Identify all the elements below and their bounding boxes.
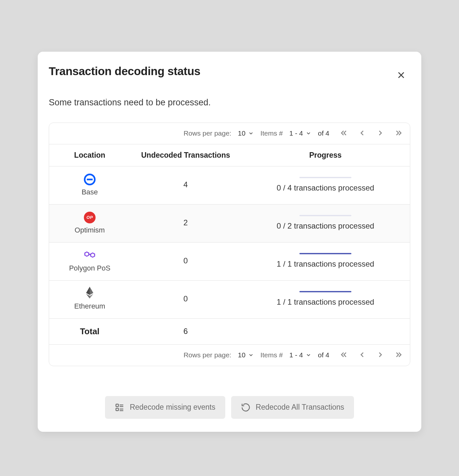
chevron-double-left-icon (340, 129, 348, 137)
progress-bar (299, 177, 351, 178)
chevron-left-icon (358, 350, 366, 359)
rows-per-page-label: Rows per page: (184, 351, 231, 359)
table-row: OP Optimism 2 0 / 2 transactions process… (49, 204, 410, 242)
svg-rect-4 (116, 404, 119, 407)
location-name: Base (82, 188, 98, 196)
decoding-table: Location Undecoded Transactions Progress… (49, 144, 410, 345)
items-total: of 4 (318, 129, 329, 137)
location-name: Polygon PoS (69, 264, 110, 272)
col-progress: Progress (241, 144, 410, 166)
redecode-all-button[interactable]: Redecode All Transactions (231, 396, 354, 419)
page-next-button[interactable] (375, 127, 386, 139)
items-range-select[interactable]: 1 - 4 (289, 351, 311, 359)
chevron-down-icon (306, 352, 311, 358)
col-location: Location (49, 144, 130, 166)
location-cell: Base (52, 173, 127, 196)
base-icon (84, 174, 96, 185)
location-cell: OP Optimism (52, 211, 127, 234)
rows-per-page-value: 10 (238, 351, 245, 359)
items-range: 1 - 4 (289, 351, 303, 359)
chevron-double-right-icon (394, 129, 403, 137)
modal-subtitle: Some transactions need to be processed. (49, 98, 410, 108)
optimism-icon: OP (84, 212, 96, 223)
modal-backdrop: Transaction decoding status Some transac… (0, 0, 459, 476)
chevron-double-left-icon (340, 350, 348, 359)
rows-per-page-value: 10 (238, 129, 245, 137)
progress-cell: 0 / 2 transactions processed (244, 215, 407, 231)
total-label: Total (49, 318, 130, 344)
chevron-double-right-icon (394, 350, 403, 359)
progress-text: 1 / 1 transactions processed (277, 298, 374, 307)
close-icon (397, 71, 406, 80)
pager-top: Rows per page: 10 Items # 1 - 4 of 4 (49, 123, 410, 144)
progress-text: 0 / 2 transactions processed (277, 221, 374, 231)
undecoded-count: 2 (130, 204, 241, 242)
undecoded-count: 0 (130, 242, 241, 280)
items-label: Items # (260, 129, 283, 137)
redecode-missing-button[interactable]: Redecode missing events (105, 396, 225, 419)
button-label: Redecode All Transactions (256, 403, 344, 412)
page-last-button[interactable] (393, 349, 404, 361)
progress-cell: 1 / 1 transactions processed (244, 291, 407, 307)
chevron-down-icon (306, 130, 311, 136)
page-first-button[interactable] (338, 127, 349, 139)
svg-rect-5 (116, 408, 119, 411)
svg-marker-1 (86, 287, 90, 295)
table-row: Ethereum 0 1 / 1 transactions processed (49, 280, 410, 318)
progress-text: 0 / 4 transactions processed (277, 183, 374, 192)
items-range: 1 - 4 (289, 129, 303, 137)
rows-per-page-select[interactable]: 10 (238, 351, 254, 359)
progress-cell: 0 / 4 transactions processed (244, 177, 407, 192)
items-range-select[interactable]: 1 - 4 (289, 129, 311, 137)
progress-bar (299, 291, 351, 292)
items-label: Items # (260, 351, 283, 359)
page-prev-button[interactable] (357, 127, 368, 139)
polygon-icon (83, 250, 96, 261)
location-cell: Polygon PoS (52, 249, 127, 272)
undecoded-count: 0 (130, 280, 241, 318)
pager-bottom: Rows per page: 10 Items # 1 - 4 of 4 (49, 345, 410, 366)
chevron-down-icon (248, 130, 254, 136)
total-value: 6 (130, 318, 241, 344)
chevron-left-icon (358, 129, 366, 137)
table-row: Base 4 0 / 4 transactions processed (49, 166, 410, 204)
undecoded-count: 4 (130, 166, 241, 204)
col-undecoded: Undecoded Transactions (130, 144, 241, 166)
modal-title: Transaction decoding status (49, 65, 200, 78)
decoding-status-modal: Transaction decoding status Some transac… (38, 52, 421, 432)
progress-text: 1 / 1 transactions processed (277, 259, 374, 269)
table-row: Polygon PoS 0 1 / 1 transactions process… (49, 242, 410, 280)
progress-cell: 1 / 1 transactions processed (244, 253, 407, 269)
page-prev-button[interactable] (357, 349, 368, 361)
close-button[interactable] (394, 68, 408, 83)
progress-bar (299, 253, 351, 254)
page-last-button[interactable] (393, 127, 404, 139)
list-icon (115, 403, 125, 412)
chevron-right-icon (376, 350, 385, 359)
chevron-down-icon (248, 352, 254, 358)
rows-per-page-label: Rows per page: (184, 129, 231, 137)
button-label: Redecode missing events (130, 403, 215, 412)
page-next-button[interactable] (375, 349, 386, 361)
table-container: Rows per page: 10 Items # 1 - 4 of 4 (49, 123, 410, 366)
chevron-right-icon (376, 129, 385, 137)
items-total: of 4 (318, 351, 329, 359)
location-cell: Ethereum (52, 287, 127, 311)
location-name: Optimism (75, 226, 105, 234)
ethereum-icon (85, 286, 94, 301)
page-first-button[interactable] (338, 349, 349, 361)
location-name: Ethereum (74, 302, 105, 311)
refresh-icon (241, 403, 251, 412)
rows-per-page-select[interactable]: 10 (238, 129, 254, 137)
progress-bar (299, 215, 351, 216)
